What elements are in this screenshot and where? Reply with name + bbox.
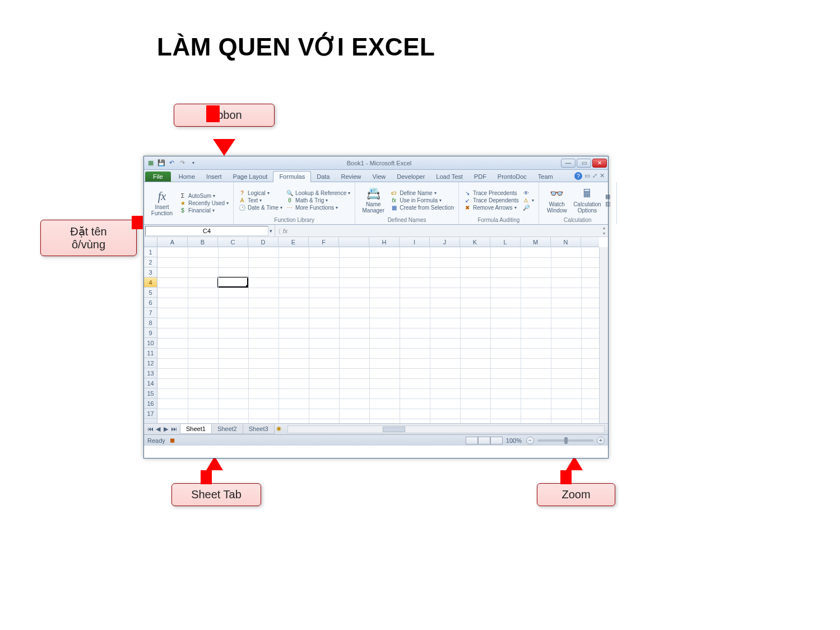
column-header[interactable]: D: [248, 237, 279, 247]
logical-button[interactable]: ?Logical ▾: [238, 190, 282, 196]
ribbon-min-icon[interactable]: ▭: [584, 172, 590, 180]
ribbon-restore-icon[interactable]: ⤢: [592, 172, 597, 180]
tab-file[interactable]: File: [145, 172, 171, 182]
financial-button[interactable]: $Financial ▾: [179, 207, 229, 214]
create-from-selection-button[interactable]: ▦Create from Selection: [390, 205, 454, 211]
help-icon[interactable]: ?: [574, 172, 582, 180]
sheet-nav-prev[interactable]: ◀: [154, 425, 162, 433]
maximize-button[interactable]: ▭: [577, 159, 591, 168]
trace-dependents-button[interactable]: ↙Trace Dependents: [463, 197, 519, 203]
sheet-tab-3[interactable]: Sheet3: [243, 424, 275, 434]
column-header[interactable]: A: [157, 237, 188, 247]
column-header[interactable]: H: [369, 237, 400, 247]
name-manager-button[interactable]: 📇Name Manager: [360, 184, 387, 216]
tab-team[interactable]: Team: [532, 172, 559, 182]
row-header[interactable]: 16: [144, 399, 157, 409]
zoom-out-button[interactable]: −: [526, 437, 534, 444]
autosum-button[interactable]: ΣAutoSum ▾: [179, 193, 229, 199]
zoom-slider[interactable]: [537, 439, 593, 442]
text-button[interactable]: AText ▾: [238, 197, 282, 203]
sheet-nav-next[interactable]: ▶: [162, 425, 170, 433]
minimize-button[interactable]: —: [561, 159, 576, 168]
row-header[interactable]: 9: [144, 328, 157, 338]
macro-record-icon[interactable]: ◼: [170, 437, 175, 444]
tab-home[interactable]: Home: [173, 172, 201, 182]
column-header[interactable]: M: [521, 237, 551, 247]
undo-icon[interactable]: ↶: [168, 159, 176, 167]
row-header[interactable]: 7: [144, 308, 157, 318]
cancel-formula-icon[interactable]: (: [279, 228, 281, 234]
row-header[interactable]: 4: [144, 277, 157, 288]
more-functions-button[interactable]: ⋯More Functions ▾: [286, 205, 350, 211]
view-normal-button[interactable]: [466, 437, 478, 444]
ribbon-close-icon[interactable]: ✕: [600, 172, 605, 180]
row-header[interactable]: 8: [144, 318, 157, 328]
lookup-button[interactable]: 🔍Lookup & Reference ▾: [286, 190, 350, 196]
error-check-icon[interactable]: ⚠▾: [522, 197, 534, 203]
column-header[interactable]: C: [218, 237, 248, 247]
row-header[interactable]: 10: [144, 338, 157, 348]
redo-icon[interactable]: ↷: [178, 159, 187, 167]
row-header[interactable]: 15: [144, 388, 157, 399]
tab-load-test[interactable]: Load Test: [430, 172, 468, 182]
insert-function-button[interactable]: fxInsert Function: [148, 184, 175, 222]
row-header[interactable]: 13: [144, 368, 157, 378]
show-formulas-icon[interactable]: 👁: [522, 190, 534, 196]
calc-sheet-icon[interactable]: ▥: [604, 201, 612, 207]
column-header[interactable]: N: [551, 237, 581, 247]
row-header[interactable]: 1: [144, 247, 157, 257]
column-header[interactable]: K: [460, 237, 490, 247]
row-header[interactable]: 17: [144, 409, 157, 419]
close-button[interactable]: ✕: [592, 159, 607, 168]
name-box[interactable]: C4: [145, 226, 268, 236]
column-header[interactable]: L: [490, 237, 521, 247]
column-header[interactable]: I: [400, 237, 430, 247]
tab-data[interactable]: Data: [311, 172, 335, 182]
remove-arrows-button[interactable]: ✖Remove Arrows ▾: [463, 205, 519, 211]
row-header[interactable]: 2: [144, 257, 157, 267]
tab-prontodoc[interactable]: ProntoDoc: [492, 172, 532, 182]
tab-review[interactable]: Review: [335, 172, 366, 182]
column-header[interactable]: E: [279, 237, 309, 247]
column-header[interactable]: J: [430, 237, 460, 247]
tab-developer[interactable]: Developer: [391, 172, 430, 182]
tab-page-layout[interactable]: Page Layout: [228, 172, 273, 182]
math-trig-button[interactable]: θMath & Trig ▾: [286, 197, 350, 203]
selected-cell[interactable]: [217, 277, 248, 288]
evaluate-formula-icon[interactable]: 🔎: [522, 205, 534, 211]
namebox-dropdown-icon[interactable]: ▾: [270, 228, 275, 234]
zoom-in-button[interactable]: +: [597, 437, 605, 444]
save-icon[interactable]: 💾: [157, 159, 165, 167]
formula-bar-expand[interactable]: ▴▾: [600, 225, 608, 236]
row-header[interactable]: 6: [144, 298, 157, 308]
row-header[interactable]: 5: [144, 288, 157, 298]
tab-formulas[interactable]: Formulas: [273, 171, 311, 182]
define-name-button[interactable]: 🏷Define Name ▾: [390, 190, 454, 196]
row-header[interactable]: 14: [144, 378, 157, 388]
row-header[interactable]: 3: [144, 267, 157, 277]
sheet-tab-2[interactable]: Sheet2: [211, 424, 243, 434]
sheet-tab-1[interactable]: Sheet1: [180, 424, 212, 434]
view-page-break-button[interactable]: [490, 437, 503, 444]
tab-pdf[interactable]: PDF: [468, 172, 492, 182]
column-header[interactable]: F: [309, 237, 339, 247]
horizontal-scrollbar[interactable]: [287, 425, 605, 433]
trace-precedents-button[interactable]: ↘Trace Precedents: [463, 190, 519, 196]
column-header[interactable]: B: [188, 237, 218, 247]
recently-used-button[interactable]: ★Recently Used ▾: [179, 200, 229, 206]
formula-input[interactable]: [291, 226, 593, 236]
sheet-nav-first[interactable]: ⏮: [146, 425, 154, 433]
vertical-scrollbar[interactable]: [599, 247, 608, 423]
fx-icon[interactable]: fx: [283, 228, 288, 234]
watch-window-button[interactable]: 👓Watch Window: [544, 184, 570, 216]
qat-dropdown-icon[interactable]: ▾: [189, 159, 197, 167]
select-all-corner[interactable]: [144, 237, 157, 247]
calc-now-icon[interactable]: ▦: [604, 193, 612, 200]
view-page-layout-button[interactable]: [478, 437, 490, 444]
new-sheet-button[interactable]: ✺: [274, 425, 284, 433]
date-time-button[interactable]: 🕒Date & Time ▾: [238, 205, 282, 211]
tab-view[interactable]: View: [367, 172, 392, 182]
sheet-nav-last[interactable]: ⏭: [170, 425, 178, 433]
calculation-options-button[interactable]: 🖩Calculation Options: [574, 184, 601, 216]
row-header[interactable]: 12: [144, 358, 157, 368]
